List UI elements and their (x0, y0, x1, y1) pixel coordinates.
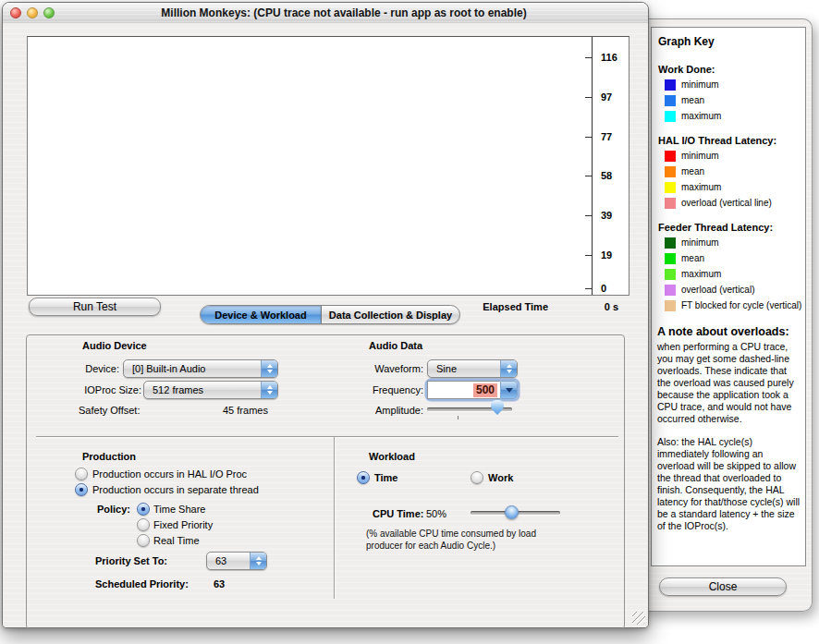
radio-production-thread-label: Production occurs in separate thread (92, 484, 259, 495)
close-button-label: Close (709, 580, 738, 593)
cpu-time-slider-thumb[interactable] (505, 505, 519, 519)
radio-policy-fixed-priority-label: Fixed Priority (153, 519, 213, 530)
legend-label: mean (681, 95, 704, 105)
y-axis-label: 58 (601, 170, 638, 181)
minimize-window-button[interactable] (27, 7, 38, 18)
legend-item: overload (vertical) (665, 284, 801, 296)
legend-swatch (665, 269, 676, 280)
legend-label: mean (681, 253, 704, 263)
y-axis-tick (585, 97, 592, 98)
legend-swatch (665, 285, 676, 296)
frequency-label: Frequency: (349, 384, 423, 395)
y-axis-label: 97 (601, 91, 638, 103)
legend-item: mean (665, 94, 801, 106)
radio-policy-fixed-priority[interactable] (137, 518, 150, 531)
safety-offset-label: Safety Offset: (79, 405, 140, 416)
y-axis-tick (585, 255, 592, 256)
radio-production-thread[interactable] (75, 483, 88, 496)
workload-heading: Workload (369, 451, 415, 462)
popup-arrows-icon (261, 360, 277, 377)
cpu-time-label: CPU Time: (373, 508, 423, 519)
frequency-dropdown-button[interactable] (500, 381, 518, 399)
legend-swatch (665, 198, 676, 209)
legend-label: FT blocked for cycle (vertical) (681, 300, 801, 310)
close-window-button[interactable] (10, 7, 21, 18)
frequency-combo[interactable]: 500 (427, 381, 518, 399)
y-axis-tick (585, 288, 592, 289)
legend-swatch (665, 182, 676, 193)
resize-grip[interactable] (632, 612, 645, 625)
tab-bar: Device & Workload Data Collection & Disp… (200, 305, 460, 324)
radio-workload-time[interactable] (357, 471, 370, 484)
scheduled-priority-value: 63 (214, 578, 225, 589)
elapsed-time-value: 0 s (557, 301, 618, 312)
waveform-label: Waveform: (349, 363, 423, 374)
frequency-input[interactable]: 500 (427, 381, 500, 399)
radio-policy-real-time[interactable] (137, 534, 150, 547)
legend-label: maximum (681, 269, 721, 279)
legend-item: minimum (665, 237, 801, 249)
y-axis-tick (585, 176, 592, 176)
frequency-value[interactable]: 500 (473, 383, 497, 397)
section-divider-vertical (334, 437, 335, 599)
legend-label: minimum (681, 151, 719, 161)
window-title: Million Monkeys: (CPU trace not availabl… (58, 3, 630, 23)
production-heading: Production (82, 451, 136, 462)
graph-plot: 116 97 77 58 39 19 0 (27, 36, 630, 296)
legend-swatch (665, 151, 676, 162)
ioproc-size-popup[interactable]: 512 frames (143, 381, 278, 399)
run-test-button[interactable]: Run Test (29, 298, 161, 316)
legend-label: mean (681, 166, 704, 176)
legend-item: mean (665, 165, 801, 177)
device-popup[interactable]: [0] Built-in Audio (123, 359, 278, 378)
graph-key-panel: Graph Key Work Done: minimum mean maximu… (651, 27, 806, 566)
legend-item: maximum (665, 268, 801, 280)
scheduled-priority-label: Scheduled Priority: (95, 578, 189, 589)
legend-label: maximum (681, 111, 721, 121)
legend-item: FT blocked for cycle (vertical) (665, 299, 801, 311)
popup-arrows-icon (261, 382, 277, 398)
amplitude-slider-tick (458, 416, 458, 419)
y-axis-tick (585, 57, 592, 58)
chevron-down-icon (506, 388, 513, 393)
waveform-popup[interactable]: Sine (427, 359, 518, 378)
audio-device-heading: Audio Device (82, 340, 147, 351)
radio-workload-time-label: Time (374, 472, 397, 483)
close-button[interactable]: Close (659, 577, 787, 596)
y-axis-label: 116 (601, 52, 638, 63)
graph-key-drawer: Graph Key Work Done: minimum mean maximu… (640, 18, 813, 612)
legend-item: minimum (665, 150, 801, 162)
run-test-label: Run Test (73, 300, 116, 313)
ioproc-size-popup-value: 512 frames (144, 382, 261, 398)
radio-production-hal[interactable] (75, 468, 88, 480)
legend-item: maximum (665, 110, 801, 122)
legend-group-heading-work-done: Work Done: (658, 64, 801, 75)
legend-item: maximum (665, 181, 801, 193)
y-axis-line (592, 37, 593, 295)
priority-popup[interactable]: 63 (206, 552, 267, 570)
policy-label: Policy: (40, 504, 130, 515)
radio-policy-time-share-label: Time Share (153, 504, 205, 515)
legend-swatch (665, 253, 676, 264)
legend-item: mean (665, 252, 801, 264)
zoom-window-button[interactable] (43, 7, 55, 18)
radio-workload-work-label: Work (488, 472, 513, 483)
radio-policy-time-share[interactable] (137, 503, 150, 516)
y-axis-label: 39 (601, 210, 638, 221)
legend-swatch (665, 111, 676, 122)
cpu-time-value: 50% (426, 508, 446, 519)
legend-swatch (665, 95, 676, 106)
tab-device-workload[interactable]: Device & Workload (201, 306, 322, 323)
radio-workload-work[interactable] (471, 471, 483, 484)
amplitude-label: Amplitude: (349, 405, 423, 416)
title-bar[interactable]: Million Monkeys: (CPU trace not availabl… (3, 3, 648, 24)
legend-label: maximum (681, 182, 721, 192)
graph-key-title: Graph Key (658, 35, 801, 48)
legend-item: overload (vertical line) (665, 197, 801, 209)
overloads-note-heading: A note about overloads: (657, 325, 801, 338)
overloads-note-paragraph-2: Also: the HAL cycle(s) immediately follo… (657, 436, 801, 532)
y-axis-label: 0 (601, 283, 638, 294)
y-axis-label: 77 (601, 131, 638, 142)
legend-swatch (665, 166, 676, 177)
tab-data-collection-display[interactable]: Data Collection & Display (322, 306, 459, 323)
